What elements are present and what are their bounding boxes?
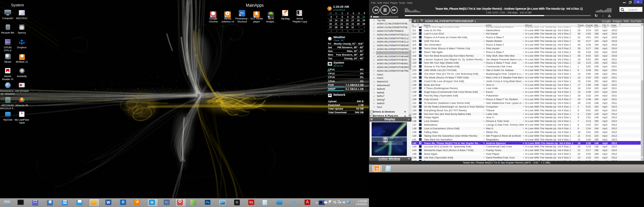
svg-text:HANDS-UP: HANDS-UP	[382, 138, 402, 142]
svg-text:I LOVE HANDS-UP: I LOVE HANDS-UP	[385, 143, 397, 145]
